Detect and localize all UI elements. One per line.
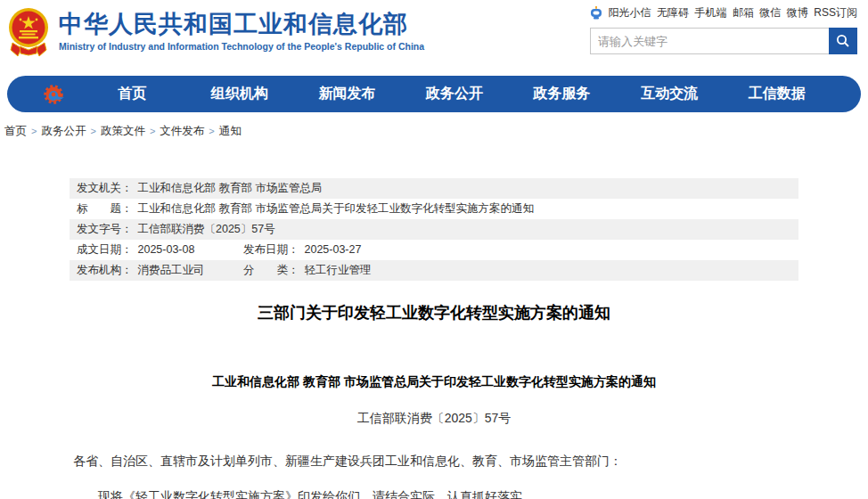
breadcrumb: 首页>政务公开>政策文件>文件发布>通知 (0, 112, 868, 139)
site-logo[interactable]: 中华人民共和国工业和信息化部 Ministry of Industry and … (7, 5, 424, 57)
mascot-icon (590, 6, 602, 20)
quick-link-accessibility[interactable]: 无障碍 (657, 5, 689, 20)
meta-value: 工信部联消费〔2025〕57号 (138, 219, 275, 240)
nav-item-gov-services[interactable]: 政务服务 (508, 85, 616, 103)
meta-value: 2025-03-27 (305, 240, 362, 260)
meta-label: 标 题： (77, 199, 133, 219)
breadcrumb-separator: > (209, 126, 214, 136)
meta-row-document-number: 发文字号： 工信部联消费〔2025〕57号 (70, 219, 798, 240)
quick-links: 阳光小信 无障碍 手机端 邮箱 微信 微博 RSS订阅 (590, 5, 857, 20)
quick-link-mobile[interactable]: 手机端 (694, 5, 726, 20)
header-tools: 阳光小信 无障碍 手机端 邮箱 微信 微博 RSS订阅 (590, 5, 857, 54)
nav-item-news[interactable]: 新闻发布 (293, 85, 401, 103)
document-content: 发文机关： 工业和信息化部 教育部 市场监管总局 标 题： 工业和信息化部 教育… (70, 178, 798, 499)
quick-link-weibo[interactable]: 微博 (787, 5, 808, 20)
meta-row-publisher-category: 发布机构： 消费品工业司 分 类： 轻工行业管理 (70, 260, 798, 281)
search-button[interactable] (829, 28, 857, 54)
search-icon (836, 34, 850, 48)
meta-label: 发文机关： (77, 178, 133, 199)
search-bar (590, 28, 857, 54)
nav-item-organization[interactable]: 组织机构 (186, 85, 294, 103)
meta-pair-publish-date: 发布日期： 2025-03-27 (243, 240, 361, 260)
breadcrumb-gov-disclosure[interactable]: 政务公开 (41, 125, 86, 137)
meta-value: 消费品工业司 (138, 260, 205, 281)
breadcrumb-separator: > (31, 126, 37, 136)
nav-item-interaction[interactable]: 互动交流 (616, 85, 724, 103)
meta-pair-category: 分 类： 轻工行业管理 (243, 260, 372, 281)
breadcrumb-separator: > (150, 126, 155, 136)
meta-pair-written-date: 成文日期： 2025-03-08 (77, 240, 243, 260)
meta-value: 工业和信息化部 教育部 市场监管总局关于印发轻工业数字化转型实施方案的通知 (138, 199, 534, 219)
article-doc-number: 工信部联消费〔2025〕57号 (70, 412, 798, 425)
breadcrumb-document-release[interactable]: 文件发布 (160, 125, 204, 137)
site-title-english: Ministry of Industry and Information Tec… (59, 41, 424, 52)
quick-link-rss[interactable]: RSS订阅 (814, 5, 857, 20)
nav-item-miit-data[interactable]: 工信数据 (723, 85, 831, 103)
nav-item-gov-disclosure[interactable]: 政务公开 (401, 85, 509, 103)
meta-row-dates: 成文日期： 2025-03-08 发布日期： 2025-03-27 (70, 240, 798, 260)
meta-label: 发文字号： (77, 219, 133, 240)
quick-link-mail[interactable]: 邮箱 (733, 5, 754, 20)
main-nav: 首页 组织机构 新闻发布 政务公开 政务服务 互动交流 工信数据 (7, 76, 861, 112)
meta-label: 分 类： (243, 260, 299, 281)
national-emblem-icon (7, 5, 50, 57)
meta-label: 发布机构： (77, 260, 133, 281)
meta-value: 2025-03-08 (138, 240, 195, 260)
meta-row-issuing-authority: 发文机关： 工业和信息化部 教育部 市场监管总局 (70, 178, 798, 199)
brand-text: 中华人民共和国工业和信息化部 Ministry of Industry and … (59, 11, 424, 51)
site-header: 中华人民共和国工业和信息化部 Ministry of Industry and … (0, 0, 868, 76)
nav-item-home[interactable]: 首页 (78, 85, 186, 103)
meta-label: 成文日期： (77, 240, 133, 260)
miit-gear-logo-icon (43, 83, 66, 106)
breadcrumb-policy-documents[interactable]: 政策文件 (101, 125, 145, 137)
quick-link-sunshine-mascot[interactable]: 阳光小信 (608, 5, 651, 20)
document-meta-table: 发文机关： 工业和信息化部 教育部 市场监管总局 标 题： 工业和信息化部 教育… (70, 178, 798, 281)
quick-link-wechat[interactable]: 微信 (759, 5, 781, 20)
article-paragraph-recipients: 各省、自治区、直辖市及计划单列市、新疆生产建设兵团工业和信息化、教育、市场监管主… (70, 454, 798, 468)
meta-value: 工业和信息化部 教育部 市场监管总局 (138, 178, 323, 199)
meta-label: 发布日期： (243, 240, 299, 260)
meta-pair-publisher: 发布机构： 消费品工业司 (77, 260, 243, 281)
breadcrumb-home[interactable]: 首页 (4, 125, 27, 137)
site-title: 中华人民共和国工业和信息化部 (59, 11, 424, 38)
search-input[interactable] (590, 28, 829, 54)
meta-row-title: 标 题： 工业和信息化部 教育部 市场监管总局关于印发轻工业数字化转型实施方案的… (70, 199, 798, 219)
article-subtitle: 工业和信息化部 教育部 市场监管总局关于印发轻工业数字化转型实施方案的通知 (70, 374, 798, 389)
breadcrumb-notice[interactable]: 通知 (219, 125, 242, 137)
meta-value: 轻工行业管理 (305, 260, 372, 281)
article-title: 三部门关于印发轻工业数字化转型实施方案的通知 (70, 303, 798, 323)
article-paragraph-body: 现将《轻工业数字化转型实施方案》印发给你们，请结合实际，认真抓好落实。 (70, 490, 798, 499)
breadcrumb-separator: > (90, 126, 95, 136)
